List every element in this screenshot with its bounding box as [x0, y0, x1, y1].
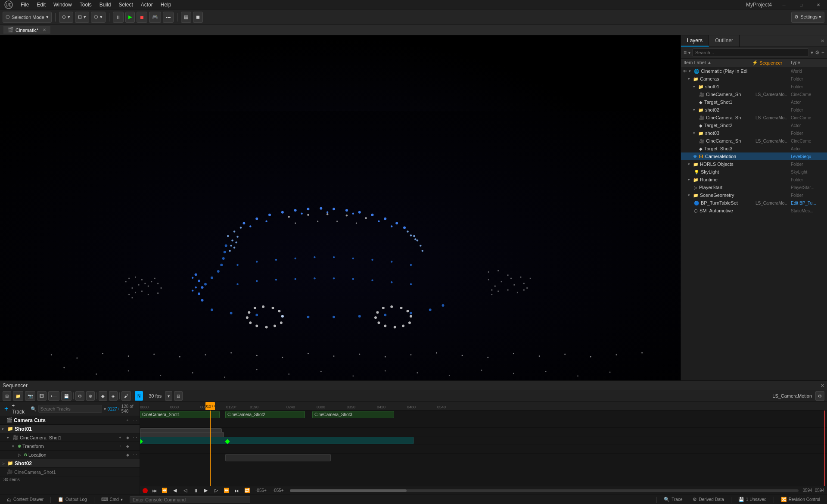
- seq-prev-key[interactable]: ⏪: [161, 487, 168, 495]
- cinematic-tab-item[interactable]: 🎬 Cinematic* ✕: [3, 26, 50, 34]
- stop-toolbar-button[interactable]: ⏹: [137, 12, 147, 23]
- seq-anim-btn[interactable]: 🎞: [37, 391, 47, 401]
- seq-next-frame[interactable]: ▷: [212, 487, 220, 495]
- menu-select[interactable]: Select: [115, 1, 136, 9]
- seq-n-btn[interactable]: N: [135, 391, 143, 401]
- filter-icon[interactable]: ≡: [684, 50, 687, 56]
- track-row-shot01[interactable]: ▾ 📁 Shot01: [0, 425, 140, 433]
- snap-button[interactable]: ⊞▾: [75, 12, 89, 23]
- seq-go-start[interactable]: ⏮: [150, 487, 158, 495]
- menu-edit[interactable]: Edit: [33, 1, 49, 9]
- track-row-location[interactable]: ▷ ⊙ Location ◆ ⋯: [0, 451, 140, 459]
- track-arrow-shot02[interactable]: ▷: [2, 461, 6, 466]
- seq-scrub-track[interactable]: [290, 489, 799, 492]
- tree-item-sm-auto[interactable]: ⬡ SM_Automotive StaticMes...: [681, 207, 827, 215]
- tree-item-bp-turntable[interactable]: 🔵 BP_TurnTableSet LS_CameraMotion Edit B…: [681, 199, 827, 207]
- track-arrow[interactable]: ▾: [7, 436, 11, 440]
- track-add-btn[interactable]: +: [124, 417, 131, 423]
- search-tracks-input[interactable]: [38, 405, 102, 413]
- outliner-close-icon[interactable]: ✕: [821, 38, 824, 44]
- tree-item-target-shot1[interactable]: ◆ Target_Shot1 Actor: [681, 98, 827, 106]
- seq-folder-btn[interactable]: 📁: [13, 391, 23, 401]
- platform-button[interactable]: 🎮: [149, 12, 161, 23]
- seq-mode-btn[interactable]: ⊞: [3, 391, 11, 401]
- track-row-cinecam-shot1-bottom[interactable]: 🎥 CineCamera_Shot1: [0, 468, 140, 476]
- unsaved-btn[interactable]: 💾 1 Unsaved: [735, 497, 770, 502]
- seq-camera-btn[interactable]: 📷: [25, 391, 35, 401]
- track-add-trans-btn[interactable]: +: [117, 443, 123, 449]
- seq-key-diamond-btn[interactable]: ◈: [109, 391, 118, 401]
- seq-brush-btn[interactable]: 🖌: [121, 391, 131, 401]
- seq-fps-options-btn[interactable]: ▾: [165, 391, 172, 401]
- mode-switcher-button[interactable]: ⬡ Selection Mode ▾: [3, 12, 52, 23]
- expand-arrow[interactable]: ▾: [688, 177, 692, 182]
- output-log-btn[interactable]: 📋 Output Log: [54, 497, 90, 502]
- expand-arrow[interactable]: ▾: [688, 193, 692, 197]
- menu-help[interactable]: Help: [157, 1, 175, 9]
- seq-filter-btn[interactable]: ⊕: [86, 391, 95, 401]
- filter-tracks-icon[interactable]: ▾: [104, 407, 106, 411]
- tree-item-cinecam-sh2[interactable]: 🎥 CineCamera_Sh LS_CameraMotion CineCame: [681, 114, 827, 121]
- clip-cinecam-shot2[interactable]: CineCamera_Shot2: [225, 411, 305, 418]
- seq-settings-right-btn[interactable]: ⚙: [815, 391, 824, 401]
- tree-item-shot03[interactable]: ▾ 📁 shot03 Folder: [681, 129, 827, 137]
- revision-control-btn[interactable]: 🔀 Revision Control: [777, 497, 824, 502]
- seq-timeline[interactable]: 0060 0060 0090 0120+ 0190 0240 0300 0350…: [140, 402, 827, 495]
- track-opts-trans-btn[interactable]: ⋯: [132, 443, 138, 449]
- minimize-button[interactable]: ─: [775, 0, 793, 9]
- tree-item-cameras[interactable]: ▾ 📁 Cameras Folder: [681, 75, 827, 83]
- track-row-shot02[interactable]: ▷ 📁 Shot02: [0, 459, 140, 468]
- add-icon[interactable]: +: [821, 50, 824, 56]
- surface-button[interactable]: ⬡▾: [91, 12, 106, 23]
- track-row-camera-cuts[interactable]: 🎬 Camera Cuts + ⋯: [0, 416, 140, 425]
- more-options-button[interactable]: •••: [163, 12, 174, 23]
- expand-arrow[interactable]: ▾: [688, 77, 692, 81]
- clip-cinecam-shot3[interactable]: CineCamera_Shot3: [312, 411, 394, 418]
- play-pause-button[interactable]: ⏸: [113, 12, 124, 23]
- tab-outliner[interactable]: Outliner: [709, 35, 740, 47]
- track-label-btn[interactable]: + Track: [12, 403, 25, 415]
- sequencer-close-icon[interactable]: ✕: [821, 383, 824, 389]
- outliner-search[interactable]: [692, 48, 809, 57]
- seq-play-rev[interactable]: ◁: [181, 487, 189, 495]
- tab-close-icon[interactable]: ✕: [43, 28, 46, 32]
- tree-item-shot02[interactable]: ▾ 📁 shot02 Folder: [681, 106, 827, 114]
- track-key-btn[interactable]: ◆: [124, 435, 131, 441]
- tree-item-playerstart[interactable]: ▷ PlayerStart PlayerStar...: [681, 184, 827, 191]
- menu-file[interactable]: File: [17, 1, 32, 9]
- expand-arrow[interactable]: ▾: [688, 162, 692, 166]
- visibility-icon[interactable]: 👁: [683, 69, 687, 74]
- track-arrow[interactable]: ▾: [2, 427, 6, 431]
- editor-prefs-button[interactable]: ▦: [181, 12, 191, 23]
- seq-export-btn[interactable]: ⟵: [48, 391, 59, 401]
- menu-tools[interactable]: Tools: [76, 1, 95, 9]
- cmd-btn[interactable]: ⌨ Cmd ▾: [98, 497, 126, 502]
- seq-snap-btn[interactable]: ⊟: [174, 391, 183, 401]
- expand-arrow[interactable]: ▾: [693, 108, 697, 112]
- view-options-icon[interactable]: ▾: [688, 50, 690, 55]
- trace-btn[interactable]: 🔍 Trace: [660, 497, 686, 502]
- track-arrow[interactable]: ▾: [12, 444, 16, 448]
- expand-arrow[interactable]: ▾: [693, 84, 697, 89]
- clip-teal-transform[interactable]: [140, 437, 414, 444]
- clip-shot02-grey[interactable]: [225, 454, 331, 461]
- tree-item-runtime[interactable]: ▾ 📁 Runtime Folder: [681, 176, 827, 184]
- expand-arrow[interactable]: ▾: [693, 131, 697, 135]
- tab-layers[interactable]: Layers: [681, 35, 709, 47]
- visibility-icon[interactable]: 👁: [693, 154, 697, 159]
- track-opts-loc-btn[interactable]: ⋯: [132, 452, 138, 458]
- maximize-button[interactable]: □: [793, 0, 810, 9]
- track-add-btn2[interactable]: +: [117, 435, 123, 441]
- content-drawer-btn[interactable]: 🗂 Content Drawer: [3, 497, 47, 502]
- expand-arrow[interactable]: ▾: [689, 69, 693, 73]
- track-key-trans-btn[interactable]: ◆: [124, 443, 131, 449]
- bp-button[interactable]: ◼: [193, 12, 203, 23]
- timeline-content[interactable]: CineCamera_Shot1 CineCamera_Shot2 CineCa…: [140, 411, 827, 486]
- track-opts-btn[interactable]: ⋯: [132, 435, 138, 441]
- seq-next-key[interactable]: ⏩: [223, 487, 230, 495]
- transform-button[interactable]: ⊕▾: [59, 12, 73, 23]
- tree-item-cinecam-sh3[interactable]: 🎥 CineCamera_Sh LS_CameraMotion CineCame: [681, 137, 827, 145]
- track-key-loc-btn[interactable]: ◆: [124, 452, 131, 458]
- seq-pause[interactable]: ⏸: [192, 487, 199, 495]
- track-row-transform[interactable]: ▾ ⊕ Transform + ◆ ⋯: [0, 442, 140, 451]
